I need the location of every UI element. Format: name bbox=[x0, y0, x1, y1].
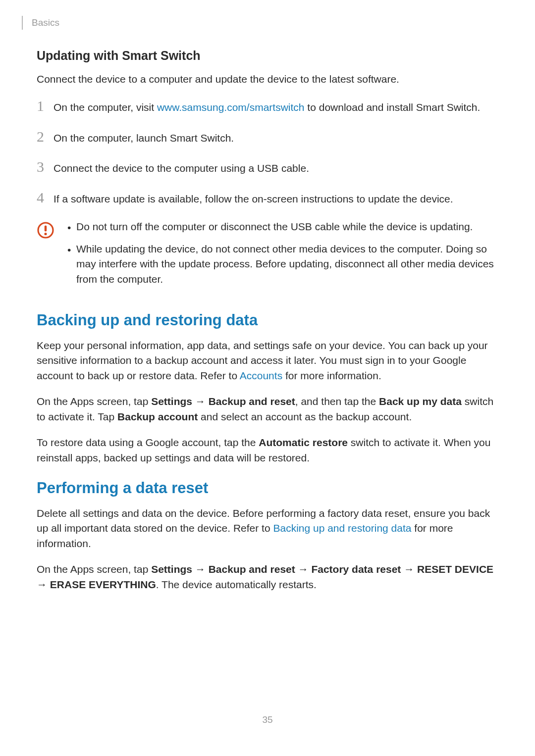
svg-point-2 bbox=[44, 233, 47, 235]
bold-settings: Settings bbox=[151, 396, 192, 407]
step-number: 3 bbox=[37, 158, 54, 175]
text-segment: for more information. bbox=[282, 370, 381, 381]
text-segment: , and then tap the bbox=[295, 396, 379, 407]
arrow-icon: → bbox=[192, 396, 209, 407]
step-4: 4 If a software update is available, fol… bbox=[37, 189, 498, 206]
step-text: Connect the device to the computer using… bbox=[54, 158, 309, 176]
step-number: 4 bbox=[37, 189, 54, 205]
text-segment: On the Apps screen, tap bbox=[37, 396, 151, 407]
caution-list: • Do not turn off the computer or discon… bbox=[67, 219, 498, 293]
step-number: 2 bbox=[37, 128, 54, 145]
step-text: On the computer, launch Smart Switch. bbox=[54, 128, 234, 146]
step-text-post: to download and install Smart Switch. bbox=[305, 101, 481, 113]
step-text: If a software update is available, follo… bbox=[54, 189, 453, 206]
step-2: 2 On the computer, launch Smart Switch. bbox=[37, 128, 498, 146]
step-number: 1 bbox=[37, 98, 54, 114]
bold-backup-reset: Backup and reset bbox=[209, 563, 295, 575]
backup-p2: On the Apps screen, tap Settings → Backu… bbox=[37, 394, 498, 424]
bold-backup-reset: Backup and reset bbox=[209, 396, 295, 407]
caution-icon bbox=[37, 221, 54, 239]
page-header: Basics bbox=[0, 0, 535, 49]
text-segment: . The device automatically restarts. bbox=[156, 579, 317, 590]
accounts-link[interactable]: Accounts bbox=[240, 370, 282, 381]
svg-rect-1 bbox=[45, 226, 47, 232]
bold-settings: Settings bbox=[151, 563, 192, 575]
bullet-icon: • bbox=[67, 219, 76, 235]
step-text-pre: On the computer, visit bbox=[54, 101, 157, 113]
breadcrumb: Basics bbox=[32, 17, 59, 28]
caution-text: While updating the device, do not connec… bbox=[76, 242, 498, 287]
step-1: 1 On the computer, visit www.samsung.com… bbox=[37, 98, 498, 115]
bold-backup-my-data: Back up my data bbox=[379, 396, 462, 407]
page-content: Updating with Smart Switch Connect the d… bbox=[0, 49, 535, 592]
section-heading-reset: Performing a data reset bbox=[37, 479, 498, 497]
backup-p3: To restore data using a Google account, … bbox=[37, 435, 498, 465]
text-segment: and select an account as the backup acco… bbox=[198, 411, 412, 422]
steps-list: 1 On the computer, visit www.samsung.com… bbox=[37, 98, 498, 206]
header-rule: Basics bbox=[22, 16, 535, 30]
smartswitch-link[interactable]: www.samsung.com/smartswitch bbox=[157, 101, 305, 113]
reset-p2: On the Apps screen, tap Settings → Backu… bbox=[37, 562, 498, 592]
bold-reset-device: RESET DEVICE bbox=[417, 563, 493, 575]
bold-erase-everything: ERASE EVERYTHING bbox=[50, 579, 156, 590]
intro-text: Connect the device to a computer and upd… bbox=[37, 72, 498, 87]
backup-p1: Keep your personal information, app data… bbox=[37, 338, 498, 383]
text-segment: On the Apps screen, tap bbox=[37, 563, 151, 575]
caution-item: • While updating the device, do not conn… bbox=[67, 242, 498, 287]
caution-text: Do not turn off the computer or disconne… bbox=[76, 219, 473, 234]
section-heading-smart-switch: Updating with Smart Switch bbox=[37, 49, 498, 63]
arrow-icon: → bbox=[37, 579, 50, 590]
bold-backup-account: Backup account bbox=[117, 411, 198, 422]
bullet-icon: • bbox=[67, 242, 76, 257]
caution-item: • Do not turn off the computer or discon… bbox=[67, 219, 498, 235]
section-heading-backup: Backing up and restoring data bbox=[37, 311, 498, 329]
page-number: 35 bbox=[0, 714, 535, 725]
arrow-icon: → bbox=[192, 563, 209, 575]
bold-automatic-restore: Automatic restore bbox=[259, 437, 348, 448]
step-text: On the computer, visit www.samsung.com/s… bbox=[54, 98, 480, 115]
step-3: 3 Connect the device to the computer usi… bbox=[37, 158, 498, 176]
backup-restore-link[interactable]: Backing up and restoring data bbox=[273, 522, 411, 534]
bold-factory-reset: Factory data reset bbox=[311, 563, 401, 575]
arrow-icon: → bbox=[295, 563, 312, 575]
reset-p1: Delete all settings and data on the devi… bbox=[37, 506, 498, 551]
text-segment: To restore data using a Google account, … bbox=[37, 437, 259, 448]
arrow-icon: → bbox=[401, 563, 417, 575]
caution-block: • Do not turn off the computer or discon… bbox=[37, 219, 498, 293]
